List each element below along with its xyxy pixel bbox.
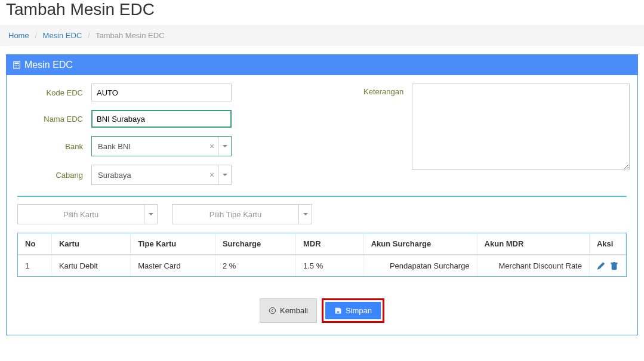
panel-title: Mesin EDC xyxy=(24,60,73,70)
cabang-label: Cabang xyxy=(17,171,83,180)
svg-point-2 xyxy=(15,65,16,66)
breadcrumb-separator: / xyxy=(31,31,41,40)
pilih-kartu-placeholder: Pilih Kartu xyxy=(18,205,144,224)
calculator-icon xyxy=(13,61,21,69)
svg-point-5 xyxy=(15,67,16,68)
col-header-aksi: Aksi xyxy=(589,233,625,255)
col-header-no: No xyxy=(18,233,51,255)
bank-label: Bank xyxy=(17,142,83,151)
col-header-akun-surcharge: Akun Surcharge xyxy=(363,233,477,255)
svg-point-6 xyxy=(16,67,17,68)
panel-mesin-edc: Mesin EDC Kode EDC Nama EDC Bank Bank BN… xyxy=(6,54,638,335)
chevron-down-icon[interactable] xyxy=(298,205,312,224)
cell-aksi xyxy=(589,255,625,276)
breadcrumb-home[interactable]: Home xyxy=(8,31,29,40)
kembali-label: Kembali xyxy=(280,306,308,315)
panel-header: Mesin EDC xyxy=(7,55,637,75)
cell-surcharge: 2 % xyxy=(215,255,295,276)
svg-rect-9 xyxy=(336,308,340,310)
kode-edc-label: Kode EDC xyxy=(17,88,83,97)
col-header-surcharge: Surcharge xyxy=(215,233,295,255)
col-header-tipe: Tipe Kartu xyxy=(131,233,215,255)
cell-mdr: 1.5 % xyxy=(296,255,364,276)
arrow-left-circle-icon xyxy=(269,307,276,314)
simpan-button[interactable]: Simpan xyxy=(325,302,381,319)
svg-rect-10 xyxy=(337,311,340,313)
trash-icon[interactable] xyxy=(610,262,618,270)
breadcrumb-parent[interactable]: Mesin EDC xyxy=(43,31,82,40)
kode-edc-input[interactable] xyxy=(91,84,232,101)
chevron-down-icon[interactable] xyxy=(218,137,231,156)
save-icon xyxy=(334,307,342,314)
col-header-kartu: Kartu xyxy=(51,233,130,255)
clear-icon[interactable]: × xyxy=(206,137,218,156)
card-table: No Kartu Tipe Kartu Surcharge MDR Akun S… xyxy=(17,233,627,277)
cell-akun-mdr: Merchant Discount Rate xyxy=(477,255,589,276)
col-header-akun-mdr: Akun MDR xyxy=(477,233,589,255)
cell-kartu: Kartu Debit xyxy=(51,255,130,276)
edit-icon[interactable] xyxy=(597,262,605,270)
svg-rect-1 xyxy=(15,63,19,64)
clear-icon[interactable]: × xyxy=(206,165,218,184)
cell-no: 1 xyxy=(18,255,51,276)
bank-selected-value: Bank BNI xyxy=(92,137,206,156)
svg-point-7 xyxy=(18,67,19,68)
cell-akun-surcharge: Pendapatan Surcharge xyxy=(363,255,477,276)
keterangan-label: Keterangan xyxy=(363,84,403,193)
bank-select[interactable]: Bank BNI × xyxy=(91,136,232,156)
save-highlight-frame: Simpan xyxy=(322,298,384,323)
breadcrumb-current: Tambah Mesin EDC xyxy=(95,31,165,40)
divider xyxy=(17,196,627,197)
pilih-tipe-kartu-select[interactable]: Pilih Tipe Kartu xyxy=(172,204,312,224)
breadcrumb-separator: / xyxy=(84,31,94,40)
simpan-label: Simpan xyxy=(346,306,372,315)
svg-point-8 xyxy=(269,307,275,313)
nama-edc-input[interactable] xyxy=(91,110,232,128)
chevron-down-icon[interactable] xyxy=(218,165,231,184)
kembali-button[interactable]: Kembali xyxy=(260,298,317,323)
nama-edc-label: Nama EDC xyxy=(17,115,83,124)
cell-tipe: Master Card xyxy=(131,255,215,276)
cabang-selected-value: Surabaya xyxy=(92,165,206,184)
cabang-select[interactable]: Surabaya × xyxy=(91,165,232,185)
svg-point-4 xyxy=(18,65,19,66)
breadcrumb: Home / Mesin EDC / Tambah Mesin EDC xyxy=(0,25,644,46)
table-row: 1 Kartu Debit Master Card 2 % 1.5 % Pend… xyxy=(18,255,626,276)
svg-point-3 xyxy=(16,65,17,66)
pilih-kartu-select[interactable]: Pilih Kartu xyxy=(17,204,158,224)
col-header-mdr: MDR xyxy=(296,233,364,255)
chevron-down-icon[interactable] xyxy=(144,205,157,224)
keterangan-textarea[interactable] xyxy=(412,84,630,170)
page-title: Tambah Mesin EDC xyxy=(0,0,644,25)
pilih-tipe-placeholder: Pilih Tipe Kartu xyxy=(172,205,298,224)
